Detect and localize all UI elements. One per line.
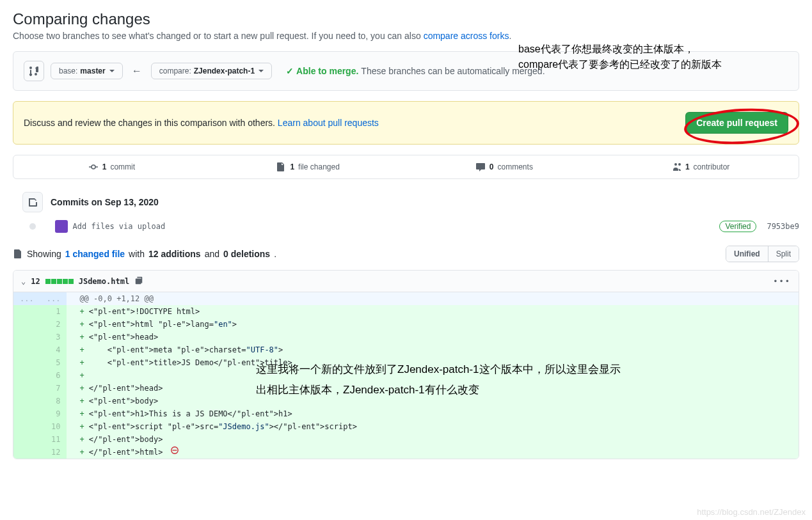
diff-summary: Showing 1 changed file with 12 additions… [13,249,276,259]
merge-msg: These branches can be automatically merg… [361,66,545,76]
stat-contributors[interactable]: 1 contributor [602,155,799,178]
avatar[interactable] [55,220,68,233]
comment-icon [475,162,486,172]
old-line-num [13,433,40,446]
diff-line: 4+ <"pl-ent">meta "pl-e">charset="UTF-8"… [13,343,799,356]
merge-status: ✓ Able to merge. These branches can be a… [286,66,545,76]
code-line: + <"pl-ent">!DOCTYPE html> [67,305,799,318]
diff-line: 3+ <"pl-ent">head> [13,331,799,343]
additions-text: 12 additions [148,249,201,259]
page-title: Comparing changes [13,10,799,28]
arrow-left-icon: ← [129,65,145,77]
hunk-text: @@ -0,0 +1,12 @@ [67,292,799,305]
file-diff-icon [13,249,23,259]
files-label: file changed [298,162,340,171]
old-line-num [13,382,40,395]
code-line: + <"pl-ent">meta "pl-e">charset="UTF-8"> [67,343,799,356]
compare-icon[interactable] [24,61,44,81]
diff-line: 9+ <"pl-ent">h1>This is a JS DEMO</"pl-e… [13,407,799,420]
copy-icon[interactable] [134,276,143,287]
new-line-num: 7 [40,382,67,395]
discuss-text-content: Discuss and review the changes in this c… [24,118,278,128]
code-line: + <"pl-ent">h1>This is a JS DEMO</"pl-en… [67,407,799,420]
verified-badge[interactable]: Verified [719,221,756,232]
diff-view-toggle: Unified Split [726,246,799,262]
discuss-banner: Discuss and review the changes in this c… [13,101,799,145]
base-value: master [80,67,105,75]
diff-header-row: Showing 1 changed file with 12 additions… [13,246,799,262]
old-line-num [13,318,40,331]
code-line: + <"pl-ent">head> [67,331,799,343]
compare-branch-button[interactable]: compare: ZJendex-patch-1 [151,63,272,79]
split-button[interactable]: Split [768,246,799,262]
branch-annotation: base代表了你想最终改变的主体版本， compare代表了要参考的已经改变了的… [518,42,722,72]
new-line-num: 12 [40,446,67,459]
old-line-num [13,343,40,356]
stat-files[interactable]: 1 file changed [210,155,406,178]
comments-label: comments [498,162,533,171]
commits-label: commit [110,162,135,171]
new-line-num: 10 [40,420,67,433]
base-branch-button[interactable]: base: master [51,63,123,79]
diff-line: 1+ <"pl-ent">!DOCTYPE html> [13,305,799,318]
stat-comments[interactable]: 0 comments [406,155,603,178]
repo-push-icon [22,192,43,212]
commit-icon [88,162,99,172]
new-line-num: 8 [40,395,67,407]
changed-files-link[interactable]: 1 changed file [65,249,125,259]
code-line: + </"pl-ent">body> [67,433,799,446]
diff-annotation: 这里我将一个新的文件放到了ZJendex-patch-1这个版本中，所以这里会显… [256,359,621,401]
commit-message[interactable]: Add files via upload [73,222,720,231]
commits-timeline: Commits on Sep 13, 2020 Add files via up… [13,192,799,233]
diff-stat-blocks [45,279,74,284]
create-pull-request-button[interactable]: Create pull request [685,112,788,134]
old-line-num [13,305,40,318]
showing-text: Showing [27,249,61,259]
old-line-num [13,356,40,369]
commits-count: 1 [102,162,107,171]
compare-forks-link[interactable]: compare across forks [424,31,509,41]
diff-line: 12+ </"pl-ent">html> [13,446,799,459]
deletions-text: 0 deletions [223,249,270,259]
old-line-num [13,369,40,382]
people-icon [671,162,681,172]
kebab-menu-icon[interactable]: ••• [773,277,791,286]
merge-able-text: Able to merge. [296,66,358,76]
old-line-num [13,420,40,433]
new-line-num: 2 [40,318,67,331]
unified-button[interactable]: Unified [726,246,768,262]
code-line: + <"pl-ent">html "pl-e">lang="en"> [67,318,799,331]
chevron-down-icon[interactable]: ⌄ [21,277,26,286]
page-subtitle: Choose two branches to see what's change… [13,31,799,41]
filename[interactable]: JSdemo.html [79,277,129,286]
files-count: 1 [290,162,294,171]
diff-line: 11+ </"pl-ent">body> [13,433,799,446]
contributors-label: contributor [694,162,730,171]
and-text: and [205,249,219,259]
code-line: + </"pl-ent">html> [67,446,799,459]
discuss-text: Discuss and review the changes in this c… [24,118,379,128]
learn-pr-link[interactable]: Learn about pull requests [278,118,379,128]
new-line-num: 6 [40,369,67,382]
new-line-num: 9 [40,407,67,420]
file-header: ⌄ 12 JSdemo.html ••• [13,271,799,292]
file-icon [276,162,286,172]
git-compare-icon [29,66,39,76]
new-line-num: 1 [40,305,67,318]
new-line-num: 3 [40,331,67,343]
old-line-num [13,331,40,343]
base-label: base: [59,67,77,75]
hunk-header: ...... @@ -0,0 +1,12 @@ [13,292,799,305]
stats-row: 1 commit 1 file changed 0 comments 1 con… [13,155,799,179]
stat-commits[interactable]: 1 commit [13,155,210,178]
caret-icon [259,70,264,72]
no-newline-icon [170,446,179,455]
compare-label: compare: [159,67,191,75]
subtitle-post: . [509,31,511,41]
commit-sha[interactable]: 7953be9 [767,222,799,231]
code-line: + <"pl-ent">script "pl-e">src="JSdemo.js… [67,420,799,433]
contributors-count: 1 [685,162,690,171]
new-line-num: 5 [40,356,67,369]
with-text: with [129,249,145,259]
subtitle-text: Choose two branches to see what's change… [13,31,424,41]
